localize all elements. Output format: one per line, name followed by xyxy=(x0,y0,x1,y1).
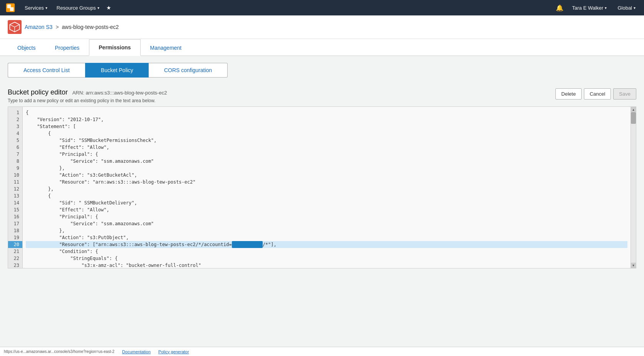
breadcrumb-separator: > xyxy=(55,24,59,30)
code-line-7: "Principal": { xyxy=(26,151,627,158)
code-line-9: }, xyxy=(26,165,627,172)
policy-arn-label: ARN: arn:aws:s3:::aws-blog-tew-posts-ec2 xyxy=(72,90,167,96)
tab-management[interactable]: Management xyxy=(141,39,191,56)
main-tabs-bar: Objects Properties Permissions Managemen… xyxy=(0,39,644,56)
policy-editor-title: Bucket policy editor xyxy=(8,88,68,96)
code-line-10: "Action": "s3:GetBucketAcl", xyxy=(26,172,627,179)
scroll-thumb[interactable] xyxy=(631,112,636,124)
code-line-11: "Resource": "arn:aws:s3:::aws-blog-tew-p… xyxy=(26,179,627,186)
line-num-20: 20 xyxy=(8,241,22,248)
line-num-11: 11 xyxy=(8,179,22,186)
code-line-20: "Resource": ["arn:aws:s3:::aws-blog-tew-… xyxy=(26,241,627,248)
line-num-4: 4 xyxy=(8,130,22,137)
code-line-16: "Principal": { xyxy=(26,213,627,220)
code-line-17: "Service": "ssm.amazonaws.com" xyxy=(26,220,627,227)
line-num-23: 23 xyxy=(8,262,22,268)
s3-service-icon xyxy=(8,20,22,34)
code-line-18: }, xyxy=(26,227,627,234)
code-line-5: "Sid": "SSMBucketPermissionsCheck", xyxy=(26,137,627,144)
code-line-22: "StringEquals": { xyxy=(26,255,627,262)
policy-title-area: Bucket policy editor ARN: arn:aws:s3:::a… xyxy=(8,88,167,103)
vertical-scrollbar[interactable]: ▲ ▼ xyxy=(631,107,636,268)
line-num-8: 8 xyxy=(8,158,22,165)
code-line-1: { xyxy=(26,109,627,116)
line-num-1: 1 xyxy=(8,109,22,116)
line-num-5: 5 xyxy=(8,137,22,144)
code-line-21: "Condition": { xyxy=(26,248,627,255)
notifications-icon[interactable]: 🔔 xyxy=(553,2,566,14)
code-line-15: "Effect": "Allow", xyxy=(26,206,627,213)
scroll-track[interactable] xyxy=(631,112,636,263)
line-num-3: 3 xyxy=(8,123,22,130)
line-num-12: 12 xyxy=(8,186,22,192)
policy-editor-actions: Delete Cancel Save xyxy=(555,88,636,100)
code-line-2: "Version": "2012-10-17", xyxy=(26,116,627,123)
subtab-bucket-policy-button[interactable]: Bucket Policy xyxy=(85,63,149,78)
nav-right-controls: 🔔 Tara E Walker ▾ Global ▾ xyxy=(553,2,640,14)
line-num-19: 19 xyxy=(8,234,22,241)
line-num-17: 17 xyxy=(8,220,22,227)
region-label: Global xyxy=(617,5,632,11)
line-num-22: 22 xyxy=(8,255,22,262)
resource-groups-caret: ▾ xyxy=(97,6,99,10)
policy-editor-area: Bucket policy editor ARN: arn:aws:s3:::a… xyxy=(0,84,644,276)
aws-logo xyxy=(4,1,17,14)
tab-objects[interactable]: Objects xyxy=(8,39,45,56)
cancel-policy-button[interactable]: Cancel xyxy=(584,88,611,100)
resource-groups-label: Resource Groups xyxy=(57,5,96,11)
breadcrumb-bucket-name: aws-blog-tew-posts-ec2 xyxy=(62,24,119,30)
subtab-cors-button[interactable]: CORS configuration xyxy=(149,63,228,78)
permissions-subtabs: Access Control List Bucket Policy CORS c… xyxy=(0,56,644,84)
policy-editor-header: Bucket policy editor ARN: arn:aws:s3:::a… xyxy=(8,84,636,106)
redacted-account-id: ​​​​​​​​ xyxy=(232,241,263,248)
code-line-19: "Action": "s3:PutObject", xyxy=(26,234,627,241)
line-numbers: 1 2 3 4 5 6 7 8 9 10 11 12 13 14 15 16 1… xyxy=(8,107,23,268)
svg-rect-2 xyxy=(10,7,14,11)
line-num-15: 15 xyxy=(8,206,22,213)
resource-groups-menu-button[interactable]: Resource Groups ▾ xyxy=(52,3,104,13)
services-caret: ▾ xyxy=(45,6,47,10)
line-num-21: 21 xyxy=(8,248,22,255)
scroll-down-button[interactable]: ▼ xyxy=(631,263,636,268)
policy-arn-value: arn:aws:s3:::aws-blog-tew-posts-ec2 xyxy=(86,90,167,96)
save-policy-button[interactable]: Save xyxy=(613,88,636,100)
svg-rect-4 xyxy=(11,5,13,7)
policy-editor-subtitle: Type to add a new policy or edit an exis… xyxy=(8,98,167,103)
tab-properties[interactable]: Properties xyxy=(45,39,89,56)
code-line-8: "Service": "ssm.amazonaws.com" xyxy=(26,158,627,165)
services-menu-button[interactable]: Services ▾ xyxy=(20,3,52,13)
scroll-up-button[interactable]: ▲ xyxy=(631,107,636,112)
code-line-23: "s3:x-amz-acl": "bucket-owner-full-contr… xyxy=(26,262,627,268)
line-num-7: 7 xyxy=(8,151,22,158)
top-navigation: Services ▾ Resource Groups ▾ ★ 🔔 Tara E … xyxy=(0,0,644,15)
line-num-18: 18 xyxy=(8,227,22,234)
tab-permissions[interactable]: Permissions xyxy=(89,39,140,56)
line-num-2: 2 xyxy=(8,116,22,123)
delete-policy-button[interactable]: Delete xyxy=(555,88,582,100)
user-menu-button[interactable]: Tara E Walker ▾ xyxy=(567,3,611,13)
region-menu-button[interactable]: Global ▾ xyxy=(613,3,640,13)
favorites-icon[interactable]: ★ xyxy=(104,2,114,13)
user-caret: ▾ xyxy=(605,6,607,10)
line-num-13: 13 xyxy=(8,192,22,199)
breadcrumb: Amazon S3 > aws-blog-tew-posts-ec2 xyxy=(0,15,644,39)
svg-rect-3 xyxy=(7,8,10,11)
code-line-6: "Effect": "Allow", xyxy=(26,144,627,151)
line-num-14: 14 xyxy=(8,199,22,206)
code-line-12: }, xyxy=(26,186,627,192)
code-line-13: { xyxy=(26,192,627,199)
services-label: Services xyxy=(25,5,44,11)
breadcrumb-s3-link[interactable]: Amazon S3 xyxy=(25,24,52,30)
line-num-16: 16 xyxy=(8,213,22,220)
region-caret: ▾ xyxy=(634,6,636,10)
subtab-acl-button[interactable]: Access Control List xyxy=(8,63,85,78)
line-num-6: 6 xyxy=(8,144,22,151)
line-num-9: 9 xyxy=(8,165,22,172)
code-line-14: "Sid": " SSMBucketDelivery", xyxy=(26,199,627,206)
code-line-3: "Statement": [ xyxy=(26,123,627,130)
line-num-10: 10 xyxy=(8,172,22,179)
user-name-label: Tara E Walker xyxy=(572,5,603,11)
code-line-4: { xyxy=(26,130,627,137)
code-editor[interactable]: 1 2 3 4 5 6 7 8 9 10 11 12 13 14 15 16 1… xyxy=(8,106,636,268)
code-content[interactable]: { "Version": "2012-10-17", "Statement": … xyxy=(23,107,631,268)
